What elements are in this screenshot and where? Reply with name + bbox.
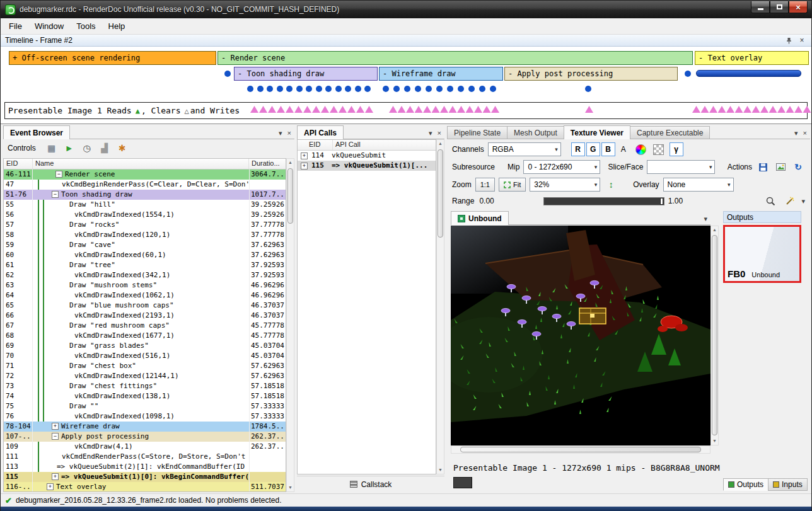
menu-tools[interactable]: Tools <box>70 19 102 33</box>
close-button[interactable]: × <box>789 1 808 13</box>
bookmark-icon[interactable]: ✱ <box>115 141 129 155</box>
event-row[interactable]: 76vkCmdDrawIndexed(1098,1)57.33333 <box>4 411 286 422</box>
event-row[interactable]: 57Draw "rocks"37.77778 <box>4 220 286 230</box>
flip-y-icon[interactable]: ↕ <box>604 178 618 192</box>
timeline-draw-dot[interactable] <box>267 86 273 92</box>
panel-menu-icon[interactable]: ▾ <box>279 130 282 136</box>
scroll-up-icon[interactable]: ▲ <box>437 140 444 147</box>
timeline-draw-dot[interactable] <box>296 86 303 92</box>
mip-select[interactable]: 0 - 1272x690 <box>523 160 600 174</box>
timeline-draw-dot[interactable] <box>277 86 283 92</box>
timeline-marker-bar[interactable]: + Off-screen scene rendering <box>9 51 216 65</box>
tab-event-browser[interactable]: Event Browser <box>3 125 70 139</box>
overlay-select[interactable]: None <box>663 178 734 192</box>
timeline-draw-dot[interactable] <box>490 86 496 92</box>
timeline-draw-dot[interactable] <box>393 86 400 92</box>
scroll-down-icon[interactable]: ▼ <box>711 437 718 445</box>
scroll-up-icon[interactable]: ▲ <box>711 226 718 234</box>
expander-icon[interactable]: + <box>301 163 308 169</box>
timeline-draw-dot[interactable] <box>325 86 332 92</box>
timeline-draw-dot[interactable] <box>685 71 691 77</box>
pin-icon[interactable] <box>784 36 794 45</box>
tab-inputs[interactable]: Inputs <box>768 478 808 491</box>
event-row[interactable]: 61Draw "tree"37.92593 <box>4 260 286 270</box>
event-row[interactable]: 73Draw "chest fittings"57.18518 <box>4 381 286 391</box>
range-slider[interactable] <box>543 197 664 205</box>
gamma-button[interactable]: γ <box>670 142 683 156</box>
panel-menu-icon[interactable]: ▾ <box>429 130 432 136</box>
panel-menu-icon[interactable]: ▾ <box>794 130 798 136</box>
timeline-draw-dot[interactable] <box>479 86 485 92</box>
timeline-draw-dot[interactable] <box>468 86 475 92</box>
timeline-draw-dot[interactable] <box>364 86 371 92</box>
timeline-marker-bar[interactable]: - Render scene <box>218 51 693 65</box>
event-row[interactable]: 60vkCmdDrawIndexed(60,1)37.62963 <box>4 250 286 260</box>
tab-outputs[interactable]: Outputs <box>723 478 768 491</box>
texture-preview-image[interactable] <box>451 226 710 445</box>
scroll-down-icon[interactable]: ▼ <box>437 466 444 474</box>
event-row[interactable]: 72vkCmdDrawIndexed(12144,1)57.62963 <box>4 371 286 381</box>
slice-face-select[interactable] <box>647 160 715 174</box>
texture-list-dropdown-icon[interactable]: ▾ <box>704 215 707 222</box>
texture-hscrollbar[interactable] <box>451 445 710 454</box>
channel-b-button[interactable]: B <box>601 142 615 156</box>
event-row[interactable]: 74vkCmdDrawIndexed(138,1)57.18518 <box>4 391 286 401</box>
fit-button[interactable]: Fit <box>499 178 526 192</box>
menu-file[interactable]: File <box>3 19 28 33</box>
panel-close-icon[interactable]: × <box>287 130 291 136</box>
event-row[interactable]: 63Draw "mushroom stems"46.96296 <box>4 280 286 290</box>
event-row[interactable]: 107-...−Apply post processing262.37... <box>4 432 286 442</box>
timeline-draw-dot[interactable] <box>345 86 351 92</box>
tab-texture-viewer[interactable]: Texture Viewer <box>564 125 630 139</box>
event-row[interactable]: 62vkCmdDrawIndexed(342,1)37.92593 <box>4 270 286 280</box>
event-row[interactable]: 51-76−Toon shading draw1017.7... <box>4 190 286 200</box>
checkerboard-icon[interactable] <box>652 142 666 156</box>
timeline-draw-dot[interactable] <box>286 86 293 92</box>
column-eid[interactable]: EID <box>4 159 33 169</box>
scroll-thumb[interactable] <box>438 149 443 238</box>
timeline-draw-dot[interactable] <box>585 86 591 92</box>
event-row[interactable]: 64vkCmdDrawIndexed(1062,1)46.96296 <box>4 290 286 301</box>
channel-g-button[interactable]: G <box>586 142 600 156</box>
timeline-draw-dot[interactable] <box>257 86 264 92</box>
fb0-thumbnail[interactable]: FB0 Unbound <box>723 225 801 283</box>
minimize-button[interactable] <box>751 1 770 13</box>
channels-select[interactable]: RGBA <box>488 142 561 156</box>
wand-icon[interactable] <box>782 194 796 208</box>
zoom-select[interactable]: 32% <box>530 178 600 192</box>
event-row[interactable]: 66vkCmdDrawIndexed(2193,1)46.37037 <box>4 311 286 321</box>
menu-help[interactable]: Help <box>102 19 132 33</box>
scroll-thumb[interactable] <box>287 168 293 224</box>
timeline-overlay-draws-bar[interactable] <box>696 70 801 77</box>
timeline-marker-bar[interactable]: - Toon shading draw <box>234 67 378 81</box>
event-row[interactable]: 46-111−Render scene3064.7... <box>4 169 286 180</box>
panel-close-icon[interactable]: × <box>438 130 441 136</box>
maximize-button[interactable] <box>770 1 789 13</box>
event-row[interactable]: 56vkCmdDrawIndexed(1554,1)39.25926 <box>4 210 286 220</box>
event-row[interactable]: 68vkCmdDrawIndexed(1677,1)45.77778 <box>4 331 286 341</box>
expander-icon[interactable]: − <box>52 433 59 440</box>
event-row[interactable]: 55Draw "hill"39.25926 <box>4 200 286 210</box>
timeline-draw-dot[interactable] <box>224 71 231 77</box>
refresh-icon[interactable]: ↻ <box>791 160 805 174</box>
zoom-1to1-button[interactable]: 1:1 <box>475 178 495 192</box>
event-row[interactable]: 65Draw "blue mushroom caps"46.37037 <box>4 301 286 311</box>
timeline-draw-dot[interactable] <box>335 86 342 92</box>
channel-r-button[interactable]: R <box>571 142 585 156</box>
stats-icon[interactable]: ▟ <box>98 141 112 155</box>
expander-icon[interactable]: − <box>52 191 59 198</box>
api-call-row[interactable]: +114vkQueueSubmit <box>298 151 436 161</box>
timeline-draw-dot[interactable] <box>426 86 432 92</box>
event-row[interactable]: 113=> vkQueueSubmit(2)[1]: vkEndCommandB… <box>4 462 286 472</box>
timeline-close-icon[interactable]: × <box>797 36 807 45</box>
expander-icon[interactable]: + <box>52 423 59 430</box>
goto-eid-icon[interactable]: ► <box>62 141 76 155</box>
timeline-draw-dot[interactable] <box>404 86 410 92</box>
column-eid[interactable]: EID <box>298 140 333 150</box>
colorwheel-icon[interactable] <box>634 142 648 156</box>
api-call-row[interactable]: +115=> vkQueueSubmit(1)[... <box>298 161 436 171</box>
timeline-draw-dot[interactable] <box>247 86 253 92</box>
event-row[interactable]: 47vkCmdBeginRenderPass(C=Clear, D=Clear,… <box>4 180 286 190</box>
event-row[interactable]: 116-...+Text overlay511.7037 <box>4 482 286 492</box>
event-row[interactable]: 111vkCmdEndRenderPass(C=Store, D=Store, … <box>4 452 286 462</box>
